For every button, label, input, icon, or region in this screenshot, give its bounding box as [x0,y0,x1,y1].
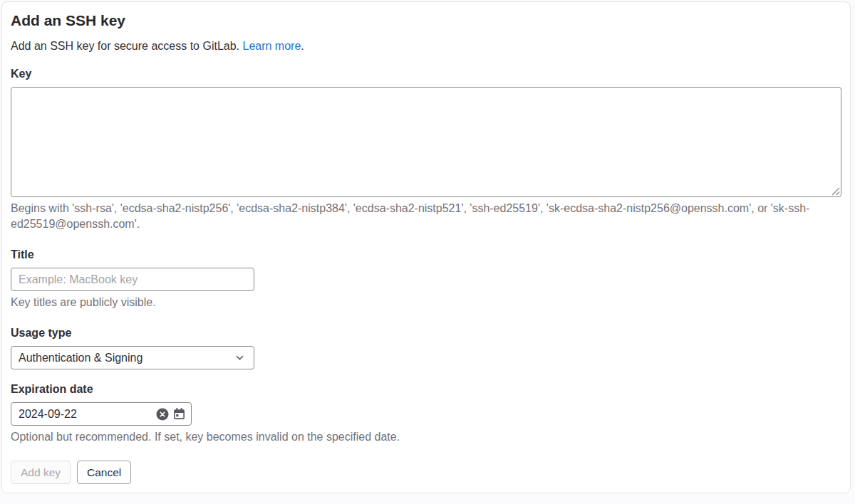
page-background: Add an SSH key Add an SSH key for secure… [0,1,855,493]
add-ssh-key-panel: Add an SSH key Add an SSH key for secure… [1,1,851,493]
usage-type-select[interactable]: Authentication & Signing [11,346,254,369]
usage-type-form-group: Usage type Authentication & Signing [11,326,841,369]
title-help-text: Key titles are publicly visible. [11,295,841,310]
subtitle-period: . [301,40,304,52]
key-textarea-wrapper [11,87,841,197]
expiration-date-field[interactable] [11,402,192,426]
cancel-button[interactable]: Cancel [77,461,131,484]
key-help-text: Begins with 'ssh-rsa', 'ecdsa-sha2-nistp… [11,201,841,232]
circle-x-icon [156,408,169,421]
chevron-down-icon [234,352,245,363]
subtitle-text: Add an SSH key for secure access to GitL… [11,40,239,52]
calendar-button[interactable] [173,408,185,420]
clear-date-button[interactable] [156,408,169,421]
usage-type-selected-value: Authentication & Signing [19,352,142,364]
expiration-date-input[interactable] [19,408,156,421]
expiration-help-text: Optional but recommended. If set, key be… [11,429,841,445]
expiration-form-group: Expiration date Optional but recommende [11,382,841,445]
title-form-group: Title Key titles are publicly visible. [11,248,841,310]
key-label: Key [11,67,841,80]
page-title: Add an SSH key [11,12,841,29]
ssh-key-textarea[interactable] [11,87,841,197]
calendar-icon [173,408,185,420]
title-input[interactable] [11,268,254,291]
title-label: Title [11,248,841,261]
key-form-group: Key Begins with 'ssh-rsa', 'ecdsa-sha2-n… [11,67,841,232]
page-subtitle: Add an SSH key for secure access to GitL… [11,39,841,53]
textarea-resize-handle[interactable] [831,187,840,196]
expiration-date-label: Expiration date [11,382,841,396]
usage-type-label: Usage type [11,326,841,340]
learn-more-link[interactable]: Learn more [243,40,301,52]
add-key-button[interactable]: Add key [11,461,71,484]
form-actions: Add key Cancel [11,461,841,484]
